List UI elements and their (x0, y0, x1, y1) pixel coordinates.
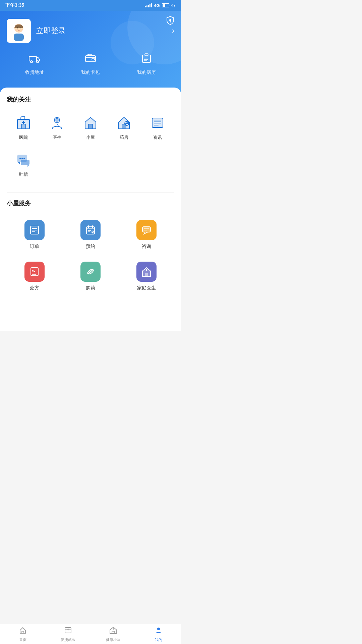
svg-rect-21 (21, 124, 25, 129)
records-label: 我的病历 (137, 69, 156, 75)
svg-point-11 (37, 61, 39, 63)
svg-rect-14 (142, 55, 150, 62)
consult-icon (136, 220, 157, 240)
main-card: 我的关注 医院 (0, 88, 181, 331)
svg-rect-3 (14, 34, 24, 41)
address-label: 收货地址 (25, 69, 44, 75)
svg-rect-15 (145, 54, 148, 56)
services-grid: 订单 预约 (7, 214, 174, 297)
my-focus-section: 我的关注 医院 (7, 96, 174, 181)
svg-point-50 (23, 158, 25, 159)
service-appointment[interactable]: 预约 (63, 214, 119, 256)
focus-hospital[interactable]: 医院 (7, 110, 40, 144)
user-row[interactable]: 立即登录 › (7, 19, 174, 43)
svg-point-8 (22, 28, 23, 29)
focus-doctor[interactable]: 医生 (40, 110, 74, 144)
wallet-label: 我的卡包 (81, 69, 100, 75)
signal-icon (145, 3, 152, 7)
pharmacy-icon (115, 114, 133, 132)
status-bar: 下午3:35 4G 47 (0, 0, 181, 11)
battery-level: 47 (171, 3, 176, 8)
login-text: 立即登录 (36, 26, 167, 36)
svg-rect-76 (145, 273, 148, 276)
appointment-label: 预约 (86, 244, 95, 250)
familydoc-icon (136, 262, 157, 282)
my-focus-title: 我的关注 (7, 96, 174, 104)
appointment-icon (80, 220, 101, 240)
svg-rect-34 (88, 124, 93, 129)
news-label: 资讯 (153, 135, 162, 141)
svg-rect-51 (21, 160, 29, 165)
svg-rect-63 (142, 227, 150, 232)
news-icon (148, 114, 167, 132)
clipboard-icon (140, 52, 153, 67)
avatar (7, 19, 31, 43)
focus-grid-2: 吐槽 (7, 147, 174, 181)
services-section: 小屋服务 订单 (7, 199, 174, 297)
shield-icon[interactable] (166, 15, 175, 27)
chevron-right-icon: › (172, 26, 174, 35)
prescription-icon: Rx (24, 262, 45, 282)
status-time: 下午3:35 (5, 2, 24, 8)
service-consult[interactable]: 咨询 (118, 214, 174, 256)
service-prescription[interactable]: Rx 处方 (7, 256, 63, 297)
quick-link-address[interactable]: 收货地址 (25, 52, 44, 75)
focus-grid: 医院 (7, 110, 174, 144)
svg-point-49 (21, 158, 23, 159)
chat-icon (14, 151, 33, 169)
services-title: 小屋服务 (7, 199, 174, 207)
complaint-label: 吐槽 (19, 171, 28, 177)
doctor-label: 医生 (53, 135, 61, 141)
buymedicine-label: 购药 (86, 285, 95, 291)
svg-rect-12 (85, 56, 96, 62)
quick-link-wallet[interactable]: 我的卡包 (81, 52, 100, 75)
pharmacy-label: 药房 (120, 135, 128, 141)
svg-point-7 (14, 28, 16, 29)
truck-icon (28, 52, 41, 67)
focus-complaint[interactable]: 吐槽 (7, 147, 40, 181)
wallet-icon (84, 52, 97, 67)
hospital-icon (14, 114, 33, 132)
header-banner: 立即登录 › 收货地址 (0, 11, 181, 96)
familydoctor-label: 家庭医生 (137, 285, 156, 291)
svg-point-10 (31, 61, 33, 63)
focus-pharmacy[interactable]: 药房 (107, 110, 141, 144)
svg-rect-13 (92, 58, 95, 60)
service-order[interactable]: 订单 (7, 214, 63, 256)
service-buymedicine[interactable]: 购药 (63, 256, 119, 297)
order-icon (24, 220, 45, 240)
svg-point-48 (19, 158, 21, 159)
quick-links: 收货地址 我的卡包 (7, 52, 174, 75)
hospital-label: 医院 (19, 135, 28, 141)
order-label: 订单 (30, 244, 39, 250)
network-label: 4G (154, 3, 160, 8)
cottage-label: 小屋 (86, 135, 95, 141)
consult-label: 咨询 (142, 244, 151, 250)
medicine-icon (80, 262, 101, 282)
focus-cottage[interactable]: 小屋 (74, 110, 107, 144)
status-right: 4G 47 (145, 3, 176, 8)
focus-news[interactable]: 资讯 (141, 110, 174, 144)
prescription-label: 处方 (30, 285, 39, 291)
battery-icon (162, 3, 169, 7)
svg-rect-9 (29, 56, 37, 61)
svg-text:Rx: Rx (32, 270, 36, 273)
house-icon (81, 114, 100, 132)
quick-link-records[interactable]: 我的病历 (137, 52, 156, 75)
service-familydoctor[interactable]: 家庭医生 (118, 256, 174, 297)
doctor-icon (48, 114, 66, 132)
